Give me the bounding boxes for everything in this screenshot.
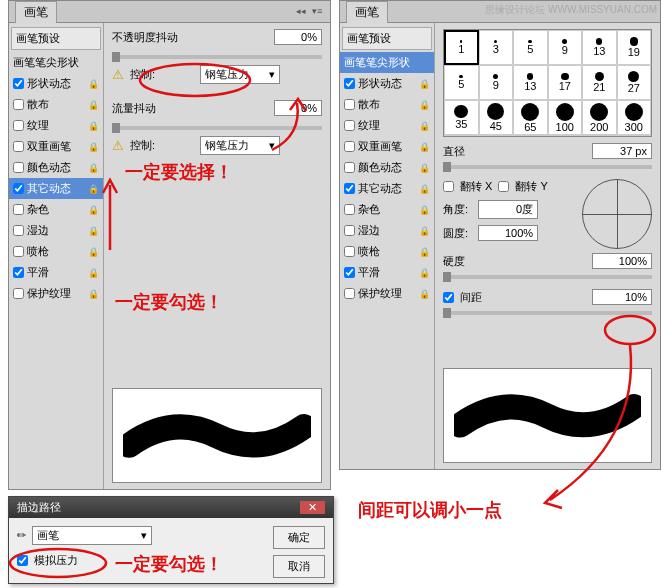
sidebar-checkbox[interactable] (13, 141, 24, 152)
brush-cell[interactable]: 14 (444, 135, 479, 137)
sidebar-item[interactable]: 杂色🔒 (9, 199, 103, 220)
sidebar-checkbox[interactable] (13, 162, 24, 173)
spacing-checkbox[interactable] (443, 292, 454, 303)
sidebar-item[interactable]: 平滑🔒 (340, 262, 434, 283)
sidebar-preset[interactable]: 画笔预设 (11, 27, 101, 50)
sidebar-checkbox[interactable] (344, 99, 355, 110)
sidebar-checkbox[interactable] (13, 183, 24, 194)
brush-cell[interactable]: 27 (617, 65, 652, 100)
sidebar-checkbox[interactable] (344, 78, 355, 89)
opacity-slider[interactable] (112, 55, 322, 59)
spacing-slider[interactable] (443, 311, 652, 315)
brush-cell[interactable]: 300 (617, 100, 652, 135)
panel-tab[interactable]: 画笔 (15, 1, 57, 23)
control1-dropdown[interactable]: 钢笔压力 ▾ (200, 65, 280, 84)
brush-cell[interactable]: 1 (444, 30, 479, 65)
sidebar-item[interactable]: 喷枪🔒 (9, 241, 103, 262)
diameter-input[interactable]: 37 px (592, 143, 652, 159)
sidebar-checkbox[interactable] (13, 225, 24, 236)
flipx-checkbox[interactable] (443, 181, 454, 192)
brush-cell[interactable]: 59 (617, 135, 652, 137)
brush-cell[interactable]: 17 (548, 65, 583, 100)
cancel-button[interactable]: 取消 (273, 555, 325, 578)
brush-cell[interactable]: 39 (548, 135, 583, 137)
sidebar-item[interactable]: 形状动态🔒 (9, 73, 103, 94)
brush-cell[interactable]: 65 (513, 100, 548, 135)
sidebar-item[interactable]: 保护纹理🔒 (9, 283, 103, 304)
sidebar-item[interactable]: 其它动态🔒 (9, 178, 103, 199)
roundness-input[interactable]: 100% (478, 225, 538, 241)
sidebar-checkbox[interactable] (13, 78, 24, 89)
angle-widget[interactable] (582, 179, 652, 249)
brush-cell[interactable]: 5 (513, 30, 548, 65)
sidebar-item[interactable]: 形状动态🔒 (340, 73, 434, 94)
sidebar-item[interactable]: 双重画笔🔒 (9, 136, 103, 157)
sidebar-checkbox[interactable] (344, 162, 355, 173)
brush-cell[interactable]: 24 (479, 135, 514, 137)
flow-jitter-input[interactable]: 0% (274, 100, 322, 116)
brush-cell[interactable]: 9 (548, 30, 583, 65)
sidebar-checkbox[interactable] (344, 267, 355, 278)
simulate-pressure-checkbox[interactable] (17, 555, 28, 566)
sidebar-item[interactable]: 保护纹理🔒 (340, 283, 434, 304)
menu-icon[interactable]: ▾≡ (312, 6, 324, 18)
opacity-jitter-input[interactable]: 0% (274, 29, 322, 45)
hardness-slider[interactable] (443, 275, 652, 279)
control2-dropdown[interactable]: 钢笔压力 ▾ (200, 136, 280, 155)
brush-cell[interactable]: 27 (513, 135, 548, 137)
sidebar-item[interactable]: 喷枪🔒 (340, 241, 434, 262)
collapse-icon[interactable]: ◂◂ (296, 6, 308, 18)
brush-cell[interactable]: 5 (444, 65, 479, 100)
sidebar-item[interactable]: 纹理🔒 (9, 115, 103, 136)
brush-cell[interactable]: 100 (548, 100, 583, 135)
brush-cell[interactable]: 3 (479, 30, 514, 65)
sidebar-checkbox[interactable] (344, 141, 355, 152)
angle-input[interactable]: 0度 (478, 200, 538, 219)
sidebar-checkbox[interactable] (13, 120, 24, 131)
sidebar-item[interactable]: 双重画笔🔒 (340, 136, 434, 157)
ok-button[interactable]: 确定 (273, 526, 325, 549)
brush-cell[interactable]: 200 (582, 100, 617, 135)
sidebar-checkbox[interactable] (13, 246, 24, 257)
sidebar-checkbox[interactable] (13, 99, 24, 110)
panel-tab[interactable]: 画笔 (346, 1, 388, 23)
sidebar-checkbox[interactable] (344, 246, 355, 257)
sidebar-preset[interactable]: 画笔预设 (342, 27, 432, 50)
sidebar-item[interactable]: 湿边🔒 (9, 220, 103, 241)
flow-slider[interactable] (112, 126, 322, 130)
sidebar-tip-shape[interactable]: 画笔笔尖形状 (9, 52, 103, 73)
sidebar-item[interactable]: 颜色动态🔒 (9, 157, 103, 178)
hardness-input[interactable]: 100% (592, 253, 652, 269)
sidebar-checkbox[interactable] (344, 183, 355, 194)
sidebar-item[interactable]: 散布🔒 (340, 94, 434, 115)
brush-cell[interactable]: 13 (513, 65, 548, 100)
brush-cell[interactable]: 9 (479, 65, 514, 100)
sidebar-item[interactable]: 其它动态🔒 (340, 178, 434, 199)
sidebar-checkbox[interactable] (13, 288, 24, 299)
sidebar-tip-shape[interactable]: 画笔笔尖形状 (340, 52, 434, 73)
sidebar-checkbox[interactable] (13, 267, 24, 278)
dialog-title-bar[interactable]: 描边路径 ✕ (9, 497, 333, 518)
brush-cell[interactable]: 13 (582, 30, 617, 65)
brush-cell[interactable]: 21 (582, 65, 617, 100)
flipy-checkbox[interactable] (498, 181, 509, 192)
diameter-slider[interactable] (443, 165, 652, 169)
sidebar-item[interactable]: 平滑🔒 (9, 262, 103, 283)
spacing-input[interactable]: 10% (592, 289, 652, 305)
brush-cell[interactable]: 19 (617, 30, 652, 65)
sidebar-item[interactable]: 杂色🔒 (340, 199, 434, 220)
sidebar-checkbox[interactable] (344, 120, 355, 131)
sidebar-checkbox[interactable] (344, 204, 355, 215)
sidebar-checkbox[interactable] (344, 225, 355, 236)
sidebar-item[interactable]: 颜色动态🔒 (340, 157, 434, 178)
sidebar-item[interactable]: 散布🔒 (9, 94, 103, 115)
brush-cell[interactable]: 35 (444, 100, 479, 135)
sidebar-checkbox[interactable] (13, 204, 24, 215)
sidebar-item[interactable]: 湿边🔒 (340, 220, 434, 241)
brush-cell[interactable]: 45 (479, 100, 514, 135)
sidebar-item[interactable]: 纹理🔒 (340, 115, 434, 136)
close-button[interactable]: ✕ (300, 501, 325, 514)
sidebar-checkbox[interactable] (344, 288, 355, 299)
brush-cell[interactable]: 46 (582, 135, 617, 137)
tool-dropdown[interactable]: 画笔 ▾ (32, 526, 152, 545)
